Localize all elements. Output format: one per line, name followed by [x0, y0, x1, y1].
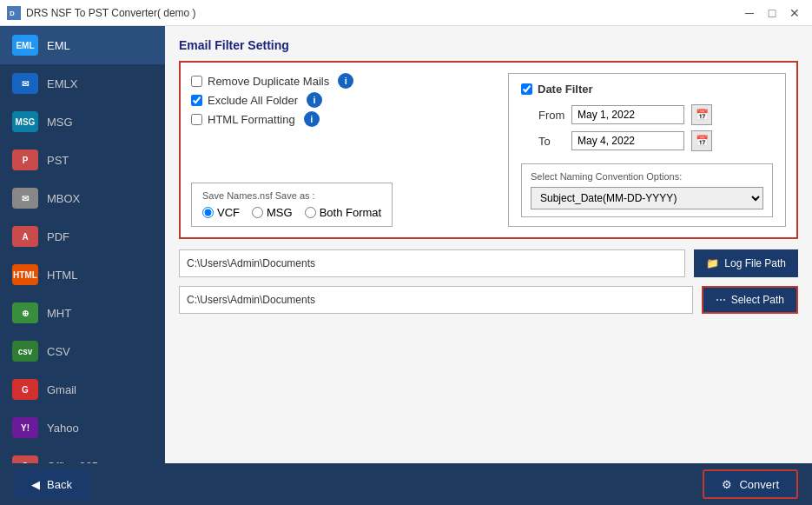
sidebar-item-mht[interactable]: ⊕MHT	[0, 294, 165, 332]
select-path-label: Select Path	[731, 294, 784, 306]
sidebar-item-gmail[interactable]: GGmail	[0, 370, 165, 409]
remove-duplicate-info-btn[interactable]: i	[338, 73, 353, 89]
naming-convention-title: Select Naming Convention Options:	[531, 171, 763, 182]
both-format-option[interactable]: Both Format	[305, 206, 382, 219]
select-path-row: ⋯ Select Path	[179, 286, 798, 314]
html-formatting-info-btn[interactable]: i	[304, 111, 320, 127]
content-area: Email Filter Setting Remove Duplicate Ma…	[165, 26, 812, 463]
titlebar: D DRS NSF To PST Converter( demo ) ─ □ ✕	[0, 0, 812, 26]
sidebar-item-label-pst: PST	[47, 154, 69, 167]
app-title: DRS NSF To PST Converter( demo )	[26, 7, 196, 19]
sidebar-item-pst[interactable]: PPST	[0, 141, 165, 179]
sidebar-item-eml[interactable]: EMLEML	[0, 26, 165, 64]
date-filter-checkbox[interactable]	[521, 83, 532, 95]
from-date-input[interactable]	[571, 105, 684, 124]
log-path-icon: 📁	[706, 257, 719, 269]
sidebar-item-label-msg: MSG	[47, 116, 73, 129]
checkbox-group: Remove Duplicate Mails i Exclude All Fol…	[191, 73, 498, 163]
html-formatting-row: HTML Formatting i	[191, 111, 498, 127]
close-button[interactable]: ✕	[784, 4, 805, 22]
to-label: To	[538, 135, 564, 148]
bottom-bar: ◀ Back ⚙ Convert	[0, 463, 812, 505]
sidebar-item-pdf[interactable]: APDF	[0, 217, 165, 256]
vcf-option[interactable]: VCF	[202, 206, 240, 219]
date-filter-label: Date Filter	[538, 83, 593, 96]
naming-convention-select[interactable]: Subject_Date(MM-DD-YYYY)Date_Subject(MM-…	[531, 187, 763, 209]
html-badge-icon: HTML	[12, 264, 38, 285]
minimize-button[interactable]: ─	[739, 4, 760, 22]
convert-button[interactable]: ⚙ Convert	[703, 469, 798, 499]
sidebar-item-mbox[interactable]: ✉MBOX	[0, 179, 165, 217]
from-calendar-btn[interactable]: 📅	[691, 104, 712, 125]
pst-badge-icon: P	[12, 150, 38, 170]
emlx-badge-icon: ✉	[12, 73, 38, 94]
save-names-radio-row: VCF MSG Both Format	[202, 206, 381, 219]
sidebar-item-label-yahoo: Yahoo	[47, 422, 79, 435]
save-names-title: Save Names.nsf Save as :	[202, 190, 381, 201]
msg-label: MSG	[267, 206, 293, 219]
sidebar-item-label-csv: CSV	[47, 345, 70, 358]
office365-badge-icon: O	[12, 455, 38, 463]
html-formatting-label: HTML Formatting	[208, 113, 295, 126]
log-file-path-label: Log File Path	[724, 257, 786, 269]
both-radio[interactable]	[305, 207, 316, 218]
yahoo-badge-icon: Y!	[12, 417, 38, 438]
sidebar-item-emlx[interactable]: ✉EMLX	[0, 64, 165, 103]
date-filter-header: Date Filter	[521, 83, 773, 96]
back-label: Back	[47, 478, 72, 491]
msg-option[interactable]: MSG	[252, 206, 293, 219]
pdf-badge-icon: A	[12, 226, 38, 247]
select-path-button[interactable]: ⋯ Select Path	[702, 286, 798, 314]
sidebar-item-yahoo[interactable]: Y!Yahoo	[0, 409, 165, 447]
back-button[interactable]: ◀ Back	[14, 469, 89, 499]
path-section: 📁 Log File Path ⋯ Select Path	[179, 249, 798, 314]
svg-text:D: D	[10, 10, 15, 17]
both-label: Both Format	[320, 206, 382, 219]
remove-duplicate-row: Remove Duplicate Mails i	[191, 73, 498, 89]
from-label: From	[538, 109, 564, 122]
maximize-button[interactable]: □	[762, 4, 782, 22]
vcf-label: VCF	[217, 206, 240, 219]
app-icon: D	[7, 6, 21, 20]
select-path-icon: ⋯	[716, 294, 726, 306]
sidebar-item-office365[interactable]: OOffice 365	[0, 447, 165, 463]
html-formatting-checkbox[interactable]	[191, 114, 202, 125]
exclude-folder-label: Exclude All Folder	[208, 94, 298, 107]
csv-badge-icon: csv	[12, 341, 38, 362]
titlebar-controls: ─ □ ✕	[739, 4, 805, 22]
msg-radio[interactable]	[252, 207, 263, 218]
sidebar-item-csv[interactable]: csvCSV	[0, 332, 165, 370]
remove-duplicate-label: Remove Duplicate Mails	[208, 75, 329, 88]
log-file-path-button[interactable]: 📁 Log File Path	[694, 249, 798, 277]
convert-label: Convert	[739, 478, 779, 491]
eml-badge-icon: EML	[12, 35, 38, 56]
filter-box: Remove Duplicate Mails i Exclude All Fol…	[179, 61, 798, 239]
filter-left: Remove Duplicate Mails i Exclude All Fol…	[191, 73, 498, 227]
exclude-folder-info-btn[interactable]: i	[307, 92, 322, 108]
sidebar-item-label-emlx: EMLX	[47, 77, 77, 90]
exclude-folder-row: Exclude All Folder i	[191, 92, 498, 108]
remove-duplicate-checkbox[interactable]	[191, 76, 202, 87]
gmail-badge-icon: G	[12, 379, 38, 400]
sidebar-item-html[interactable]: HTMLHTML	[0, 256, 165, 294]
main-layout: EMLEML✉EMLXMSGMSGPPST✉MBOXAPDFHTMLHTML⊕M…	[0, 26, 812, 463]
sidebar-item-label-gmail: Gmail	[47, 383, 76, 396]
sidebar-item-msg[interactable]: MSGMSG	[0, 103, 165, 141]
msg-badge-icon: MSG	[12, 111, 38, 132]
sidebar-item-label-mht: MHT	[47, 307, 71, 320]
exclude-folder-checkbox[interactable]	[191, 95, 202, 106]
save-names-wrapper: Save Names.nsf Save as : VCF MSG	[191, 183, 498, 227]
save-names-box: Save Names.nsf Save as : VCF MSG	[191, 183, 393, 227]
log-path-input[interactable]	[179, 249, 685, 277]
log-path-row: 📁 Log File Path	[179, 249, 798, 277]
section-title: Email Filter Setting	[179, 38, 798, 52]
vcf-radio[interactable]	[202, 207, 214, 218]
filter-right: Date Filter From 📅 To 📅 Select Naming Co…	[508, 73, 786, 227]
back-icon: ◀	[31, 478, 40, 491]
mht-badge-icon: ⊕	[12, 302, 38, 323]
naming-convention-section: Select Naming Convention Options: Subjec…	[521, 163, 773, 217]
select-path-input[interactable]	[179, 286, 693, 314]
sidebar-item-label-pdf: PDF	[47, 230, 69, 243]
to-calendar-btn[interactable]: 📅	[691, 130, 712, 151]
to-date-input[interactable]	[571, 131, 684, 150]
